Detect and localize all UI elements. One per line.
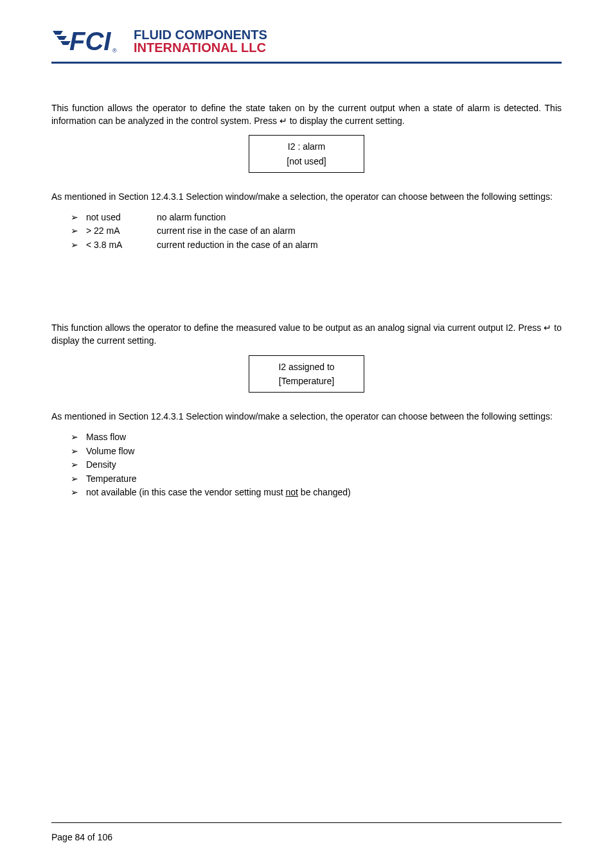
- section2-para2: As mentioned in Section 12.4.3.1 Selecti…: [51, 411, 562, 423]
- footer-divider: [51, 822, 562, 823]
- bullet-text: Temperature: [86, 473, 137, 486]
- bullet-arrow-icon: ➢: [71, 225, 86, 238]
- bullet-arrow-icon: ➢: [71, 459, 86, 472]
- section2-bullets: ➢ Mass flow ➢ Volume flow ➢ Density ➢ Te…: [71, 431, 562, 499]
- bullet-item: ➢ > 22 mA current rise in the case of an…: [71, 225, 562, 238]
- fci-logo-icon: FCI ®: [51, 26, 129, 57]
- section1-para2: As mentioned in Section 12.4.3.1 Selecti…: [51, 191, 562, 204]
- bullet-desc: current reduction in the case of an alar…: [157, 239, 562, 252]
- bullet-text-pre: not available (in this case the vendor s…: [86, 487, 286, 497]
- display-box2-line1: I2 assigned to: [249, 360, 364, 374]
- bullet-item: ➢ not used no alarm function: [71, 211, 562, 224]
- bullet-arrow-icon: ➢: [71, 239, 86, 252]
- bullet-label: > 22 mA: [86, 225, 157, 238]
- svg-text:FCI: FCI: [69, 27, 111, 55]
- bullet-item: ➢ Volume flow: [71, 445, 562, 458]
- bullet-desc: no alarm function: [157, 211, 562, 224]
- bullet-item: ➢ Density: [71, 459, 562, 472]
- logo-text-line1: FLUID COMPONENTS: [134, 28, 267, 41]
- bullet-text-post: be changed): [298, 487, 351, 497]
- display-box1-line1: I2 : alarm: [249, 139, 364, 154]
- bullet-arrow-icon: ➢: [71, 486, 86, 499]
- bullet-arrow-icon: ➢: [71, 211, 86, 224]
- bullet-text: not available (in this case the vendor s…: [86, 486, 351, 499]
- section1-bullets: ➢ not used no alarm function ➢ > 22 mA c…: [71, 211, 562, 252]
- bullet-text-underline: not: [286, 487, 298, 497]
- bullet-item: ➢ < 3.8 mA current reduction in the case…: [71, 239, 562, 252]
- main-content: This function allows the operator to def…: [51, 102, 562, 499]
- display-box-2: I2 assigned to [Temperature]: [249, 355, 364, 393]
- header-divider: [51, 62, 562, 64]
- bullet-desc: current rise in the case of an alarm: [157, 225, 562, 238]
- bullet-text: Mass flow: [86, 431, 126, 444]
- logo-text-line2: INTERNATIONAL LLC: [134, 41, 267, 54]
- display-box1-line2: [not used]: [249, 154, 364, 168]
- page-number: Page 84 of 106: [51, 832, 112, 842]
- svg-text:®: ®: [112, 48, 117, 54]
- bullet-arrow-icon: ➢: [71, 431, 86, 444]
- display-box2-line2: [Temperature]: [249, 374, 364, 388]
- section1-para1: This function allows the operator to def…: [51, 102, 562, 127]
- section2-para1: This function allows the operator to def…: [51, 322, 562, 347]
- header-logo: FCI ® FLUID COMPONENTS INTERNATIONAL LLC: [51, 26, 562, 57]
- bullet-arrow-icon: ➢: [71, 445, 86, 458]
- display-box-1: I2 : alarm [not used]: [249, 135, 364, 173]
- bullet-text: Volume flow: [86, 445, 134, 458]
- bullet-item: ➢ not available (in this case the vendor…: [71, 486, 562, 499]
- bullet-label: < 3.8 mA: [86, 239, 157, 252]
- bullet-text: Density: [86, 459, 116, 472]
- bullet-label: not used: [86, 211, 157, 224]
- bullet-arrow-icon: ➢: [71, 473, 86, 486]
- bullet-item: ➢ Temperature: [71, 473, 562, 486]
- bullet-item: ➢ Mass flow: [71, 431, 562, 444]
